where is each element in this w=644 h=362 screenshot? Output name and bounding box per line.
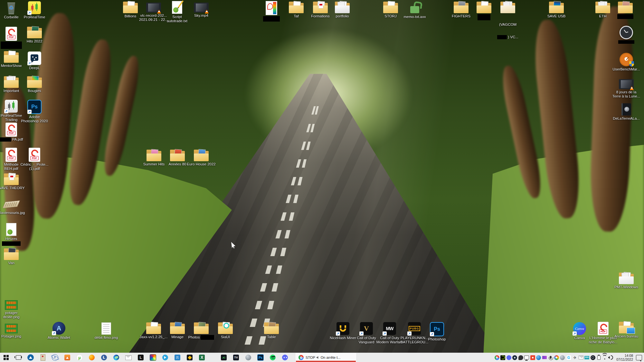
desktop-icon-storj[interactable]: STORJ <box>378 2 403 18</box>
logitech-g-tray-icon[interactable]: G <box>566 355 572 360</box>
desktop-icon-nicehash[interactable]: NiceHash Miner <box>331 322 355 340</box>
desktop-icon-prorealtime[interactable]: ProRealTime <box>22 1 47 19</box>
taskbar-app-utorrent[interactable]: µ <box>73 353 86 362</box>
desktop-icon-important[interactable]: Important <box>0 77 24 93</box>
mail-tray-icon[interactable] <box>579 355 583 360</box>
taskbar-app-discord[interactable] <box>279 353 291 362</box>
desktop-icon-siaui[interactable]: SiaUI <box>213 323 238 339</box>
desktop-icon-script-autotrade[interactable]: Script autotrade.txt <box>165 1 189 23</box>
desktop-icon-summer-hits[interactable]: Summer Hits <box>142 150 166 166</box>
volume-tray-icon[interactable] <box>608 355 613 360</box>
paper-plane-tray-icon[interactable]: ✈ <box>573 355 577 360</box>
dark-app-tray-icon[interactable] <box>512 355 517 360</box>
desktop-icon-jaxx[interactable]: Jaxx-vv1.2.25_... <box>141 323 166 339</box>
desktop-icon-minage[interactable]: Minage <box>165 323 190 339</box>
desktop-icon-euro-house[interactable]: Euro House 2022 <box>189 150 213 166</box>
taskbar-app-tradingview[interactable]: TV <box>230 353 242 362</box>
desktop-icon-canva[interactable]: Canva Canva <box>567 322 592 340</box>
usb-tray-icon[interactable] <box>596 355 601 360</box>
taskbar-app-ic-markets[interactable]: .IC <box>218 353 230 362</box>
desktop-icon-cedric-pdf[interactable]: PDF Cédric_-_Prote... (1).pdf <box>22 148 47 171</box>
desktop-icon-wave-theory[interactable]: WAVE THEORY <box>0 174 24 190</box>
desktop-icon-homme-babylone[interactable]: PDF L'Homme le plus riche de Babylo... <box>591 322 615 344</box>
desktop-icon-deepl[interactable]: DeepL <box>22 51 47 70</box>
start-button[interactable] <box>0 353 12 362</box>
action-center-button[interactable] <box>636 355 642 360</box>
desktop-icon-hits-2022[interactable]: Hits 2022 <box>22 27 47 43</box>
desktop-icon-taf[interactable]: Taf <box>284 2 308 18</box>
desktop-icon-userbenchmark[interactable]: UserBenchMar... <box>614 53 639 71</box>
desktop-icon-photoshop-2020[interactable]: Ps Adobe Photoshop 2020 <box>22 100 47 123</box>
taskbar-app-tower[interactable] <box>37 353 49 362</box>
desktop-icon-mentorshow[interactable]: MentorShow <box>0 51 24 68</box>
desktop-icon-delaterre[interactable]: DeLaTerreALa... <box>614 103 639 121</box>
desktop-icon-annees-80[interactable]: Années 80 <box>165 150 190 166</box>
desktop-icon-fighters[interactable]: FIGHTERS <box>449 2 473 18</box>
desktop-icon-cod-mw[interactable]: MW Call of Duty Modern Warfare <box>377 322 402 344</box>
taskbar-app-lightshot[interactable]: L <box>135 353 147 362</box>
desktop-icon-potager-droite[interactable]: potager droite.png <box>0 300 24 319</box>
desktop-icon-eth[interactable]: ETH <box>591 2 615 18</box>
wifi-tray-icon[interactable] <box>602 355 607 360</box>
desktop-icon-debit-ftmo[interactable]: débit ftmo.png <box>94 322 118 340</box>
taskbar-app-gray-ball[interactable] <box>242 353 254 362</box>
discord-tray-icon[interactable] <box>507 355 511 360</box>
desktop-icon-pa-pdf[interactable]: PDF PA.pdf <box>0 123 24 142</box>
chrome-task-button[interactable]: STOP On arrête t... <box>295 353 357 362</box>
taskbar-app-binance[interactable] <box>184 353 196 362</box>
red-app-tray-icon[interactable] <box>530 355 535 360</box>
desktop-icon-corbeille[interactable]: ♻ Corbeille <box>0 1 24 19</box>
taskbar-app-excel[interactable]: X <box>196 353 208 362</box>
desktop-icon-prorealtime-trading[interactable]: ProRealTime Trading <box>0 100 24 122</box>
desktop-icon-pdf-redacted[interactable]: PDF <box>0 27 24 50</box>
purple-app-tray-icon[interactable] <box>542 355 547 360</box>
desktop-icon-potager[interactable]: Potager.png <box>0 324 24 339</box>
bird-app-tray-icon[interactable] <box>518 355 523 360</box>
taskbar-app-media-converter[interactable] <box>147 353 159 362</box>
desktop-icon-photos[interactable]: Photos <box>189 323 213 340</box>
desktop-icon-redacted-document[interactable] <box>259 1 284 23</box>
desktop-icon-memo-axx[interactable]: memo-txt.axx <box>402 1 427 19</box>
desktop-icon-pubg[interactable]: PUBG PLAYERUNKN... BATTLEGROU... <box>402 322 427 344</box>
chrome-tray-icon[interactable] <box>495 355 499 360</box>
desktop-icon-clock-app[interactable] <box>614 26 639 45</box>
taskbar-app-litecoin[interactable]: Ł <box>98 353 110 362</box>
desktop-icon-sky-mp4[interactable]: Sky.mp4 <box>189 3 213 18</box>
desktop-icon-8-jours[interactable]: 8 jours de la Terre à la Lune... <box>614 79 639 98</box>
taskbar-app-blue-docs[interactable]: 呂 <box>171 353 184 362</box>
task-view-button[interactable] <box>12 353 24 362</box>
nvidia-tray-icon[interactable] <box>500 355 505 360</box>
desktop-icon-methode-pdf[interactable]: PDF Méthode BEH.pdf <box>0 148 24 171</box>
desktop-icon-table[interactable]: Table <box>259 323 284 339</box>
desktop-icon-vlc-record[interactable]: vlc-record-202... 2021.09.21 - 22... <box>141 3 166 22</box>
taskbar-clock[interactable]: 14:08 07/11/2022 <box>616 353 633 362</box>
taskbar-app-spotify[interactable] <box>267 353 279 362</box>
taskbar-app-firefox[interactable] <box>86 353 98 362</box>
taskbar-app-telegram[interactable] <box>159 353 171 362</box>
microphone-tray-icon[interactable] <box>548 355 553 360</box>
desktop-icon-pmt-windows[interactable]: PMT-Windows <box>614 273 639 289</box>
desktop-icon-save-usb[interactable]: SAVE USB <box>544 2 569 18</box>
desktop-icon-cod-vanguard[interactable]: V Call of Duty Vanguard <box>354 322 379 344</box>
desktop-icon-bougies[interactable]: Bougies <box>22 77 47 93</box>
desktop-icon-heures[interactable]: Heures <box>0 223 24 246</box>
desktop-icon-formations[interactable]: Formations <box>308 2 333 18</box>
color-wheel-tray-icon[interactable] <box>554 355 559 360</box>
steam-tray-icon[interactable] <box>591 355 595 360</box>
taskbar-app-photos[interactable] <box>61 353 73 362</box>
desktop-icon-portfolio[interactable]: portfolio <box>330 2 355 18</box>
desktop-icon-redacted-folder-2[interactable] <box>613 2 638 20</box>
desktop-icon-redacted-folder[interactable] <box>472 2 496 21</box>
desktop-icon-atomic-wallet[interactable]: A Atomic Wallet <box>47 322 71 340</box>
keyboard-tray-icon[interactable] <box>584 355 589 360</box>
display-sync-tray-icon[interactable] <box>524 355 529 360</box>
blue-ball-tray-icon[interactable] <box>536 355 541 360</box>
taskbar-app-blue-circle[interactable] <box>24 353 37 362</box>
desktop-icon-photoshop[interactable]: Ps Photoshop <box>425 322 449 341</box>
taskbar-app-mail[interactable] <box>122 353 135 362</box>
taskbar-app-edge[interactable] <box>110 353 122 362</box>
taskbar-app-photoshop[interactable]: Ps <box>254 353 267 362</box>
gray-ball-tray-icon[interactable] <box>560 355 565 360</box>
taskbar-app-atom[interactable] <box>49 353 61 362</box>
desktop-icon-vagcom[interactable]: (VAGCOM ) VC... <box>496 2 520 48</box>
